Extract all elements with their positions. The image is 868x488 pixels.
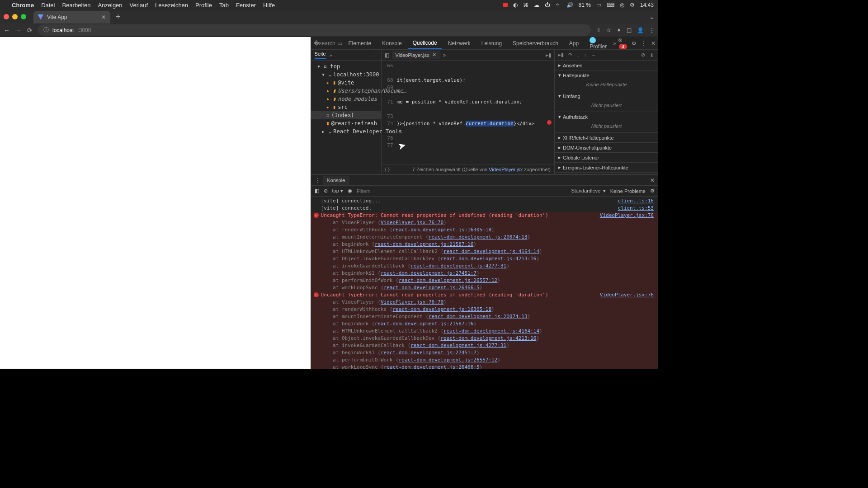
page-viewport[interactable] xyxy=(0,37,311,369)
context-select[interactable]: top ▾ xyxy=(332,188,343,194)
new-tab-button[interactable]: + xyxy=(116,12,121,22)
scope-section[interactable]: ▾ Umfang xyxy=(555,91,658,101)
run-snippet-icon[interactable]: ▸▮ xyxy=(543,52,554,58)
deactivate-bp-icon[interactable]: ⊘ xyxy=(641,52,645,58)
tab-elemente[interactable]: Elemente xyxy=(344,38,376,49)
close-file-icon[interactable]: ✕ xyxy=(432,52,436,58)
event-bp-section[interactable]: ▸ Ereignis-Listener-Haltepunkte xyxy=(555,163,658,172)
tab-app[interactable]: App xyxy=(565,38,583,49)
tree-top[interactable]: ▾ ▫ top xyxy=(311,62,381,70)
status-icon[interactable]: ☁ xyxy=(534,2,539,8)
nav-tab-seite[interactable]: Seite xyxy=(315,51,326,59)
drawer-menu-icon[interactable]: ⋮ xyxy=(315,177,320,183)
nav-menu-icon[interactable]: ⋮ xyxy=(373,52,377,58)
step-into-icon[interactable]: ↓ xyxy=(577,52,580,58)
tree-users[interactable]: ▸ ▮Users/stephan/Docume… xyxy=(311,87,381,95)
tree-index[interactable]: ▫(Index) xyxy=(311,111,381,119)
tree-rdt[interactable]: ▸ ☁React Developer Tools xyxy=(311,127,381,136)
format-icon[interactable]: { } xyxy=(385,167,390,172)
inspect-element-icon[interactable]: �search xyxy=(314,40,335,47)
tab-leistung[interactable]: Leistung xyxy=(477,38,506,49)
status-icon[interactable]: ⏻ xyxy=(545,2,550,8)
settings-icon[interactable]: ⚙ xyxy=(632,40,637,47)
tree-react-refresh[interactable]: ▮@react-refresh xyxy=(311,119,381,127)
clear-console-icon[interactable]: ⊘ xyxy=(324,188,328,194)
watch-section[interactable]: ▸ Ansehen xyxy=(555,61,658,70)
tree-vite[interactable]: ▸ ▮@vite xyxy=(311,79,381,87)
address-bar[interactable]: ⓘ localhost:3000 xyxy=(38,24,591,36)
back-button[interactable]: ← xyxy=(4,27,10,34)
console-output[interactable]: [vite] connecting...client.ts:16[vite] c… xyxy=(311,197,658,369)
status-icon[interactable]: ⌘ xyxy=(523,2,528,8)
device-toolbar-icon[interactable]: ▭ xyxy=(337,40,342,47)
breakpoints-section[interactable]: ▾ Haltepunkte xyxy=(555,70,658,80)
step-out-icon[interactable]: ↑ xyxy=(584,52,587,58)
code-editor[interactable]: 66 68 69 71 73 74 76 77 80 xyxy=(382,61,554,164)
profile-icon[interactable]: 👤 xyxy=(637,27,644,33)
reload-button[interactable]: ⟳ xyxy=(27,27,33,34)
console-sidebar-icon[interactable]: ◧ xyxy=(315,188,319,194)
more-tabs-icon[interactable]: » xyxy=(613,40,616,47)
tree-src[interactable]: ▸ ▮src xyxy=(311,103,381,111)
menu-datei[interactable]: Datei xyxy=(41,2,55,9)
callstack-section[interactable]: ▾ Aufrufstack xyxy=(555,112,658,122)
breakpoint-indicator-icon[interactable] xyxy=(547,120,552,125)
wifi-icon[interactable]: ᯤ xyxy=(556,2,561,8)
source-map-link[interactable]: VideoPlayer.jsx xyxy=(489,167,523,172)
global-listeners-section[interactable]: ▸ Globale Listener xyxy=(555,153,658,162)
resume-icon[interactable]: ▸▮ xyxy=(558,52,564,58)
editor-file-tab[interactable]: VideoPlayer.jsx ✕ xyxy=(392,51,440,59)
battery-icon[interactable]: ▭ xyxy=(596,2,601,8)
pause-on-exception-icon[interactable]: ⏸ xyxy=(650,52,655,58)
site-info-icon[interactable]: ⓘ xyxy=(43,26,49,34)
step-icon[interactable]: → xyxy=(591,52,596,58)
browser-tab[interactable]: Vite App ✕ xyxy=(33,11,110,23)
tree-node-modules[interactable]: ▸ ▮node_modules xyxy=(311,95,381,103)
menu-bearbeiten[interactable]: Bearbeiten xyxy=(62,2,90,9)
csp-bp-section[interactable]: ▸ Haltepunkte für CSP-Verstöße xyxy=(555,173,658,174)
forward-button[interactable]: → xyxy=(15,27,22,34)
menubar-app-name[interactable]: Chrome xyxy=(12,2,34,9)
close-window-button[interactable] xyxy=(4,14,9,19)
maximize-window-button[interactable] xyxy=(21,14,26,19)
editor-more-icon[interactable]: » xyxy=(440,52,449,58)
menu-verlauf[interactable]: Verlauf xyxy=(130,2,148,9)
close-devtools-icon[interactable]: ✕ xyxy=(651,40,656,47)
nav-more-icon[interactable]: » xyxy=(330,52,332,58)
menu-tab[interactable]: Tab xyxy=(219,2,229,9)
clock[interactable]: 14:43 xyxy=(640,2,654,8)
menu-anzeigen[interactable]: Anzeigen xyxy=(98,2,122,9)
recording-indicator-icon[interactable] xyxy=(503,3,508,7)
control-center-icon[interactable]: ⚙ xyxy=(630,2,635,8)
volume-icon[interactable]: 🔊 xyxy=(566,2,573,8)
chrome-menu-icon[interactable]: ⋮ xyxy=(649,27,655,33)
sidepanel-icon[interactable]: ◫ xyxy=(627,27,632,33)
menu-fenster[interactable]: Fenster xyxy=(236,2,256,9)
error-badge[interactable]: ⊗ 4 xyxy=(618,37,627,50)
dom-bp-section[interactable]: ▸ DOM-Umschaltpunkte xyxy=(555,143,658,152)
close-tab-icon[interactable]: ✕ xyxy=(101,14,106,20)
tab-konsole[interactable]: Konsole xyxy=(377,38,406,49)
status-icon[interactable]: ◎ xyxy=(620,2,624,8)
extensions-icon[interactable]: ✦ xyxy=(617,27,621,33)
xhr-bp-section[interactable]: ▸ XHR/fetch-Haltepunkte xyxy=(555,133,658,142)
tree-host[interactable]: ▾ ☁localhost:3000 xyxy=(311,70,381,79)
console-filter-input[interactable] xyxy=(357,188,566,194)
live-expression-icon[interactable]: ◉ xyxy=(348,188,352,194)
devtools-menu-icon[interactable]: ⋮ xyxy=(641,40,646,47)
status-icon[interactable]: ◐ xyxy=(513,2,518,8)
log-level-select[interactable]: Standardlevel ▾ xyxy=(571,188,605,194)
menu-hilfe[interactable]: Hilfe xyxy=(263,2,275,9)
minimize-window-button[interactable] xyxy=(12,14,18,19)
share-icon[interactable]: ⇧ xyxy=(596,27,601,33)
drawer-tab-konsole[interactable]: Konsole xyxy=(323,176,350,185)
tab-overflow-icon[interactable]: ⌄ xyxy=(649,13,655,20)
tab-quellcode[interactable]: Quellcode xyxy=(408,38,442,49)
bookmark-icon[interactable]: ☆ xyxy=(606,27,611,33)
tab-netzwerk[interactable]: Netzwerk xyxy=(443,38,475,49)
console-settings-icon[interactable]: ⚙ xyxy=(650,188,655,194)
close-drawer-icon[interactable]: ✕ xyxy=(650,177,655,183)
step-over-icon[interactable]: ↷ xyxy=(568,52,572,58)
editor-nav-icon[interactable]: ◧ xyxy=(382,52,392,58)
menu-lesezeichen[interactable]: Lesezeichen xyxy=(155,2,188,9)
